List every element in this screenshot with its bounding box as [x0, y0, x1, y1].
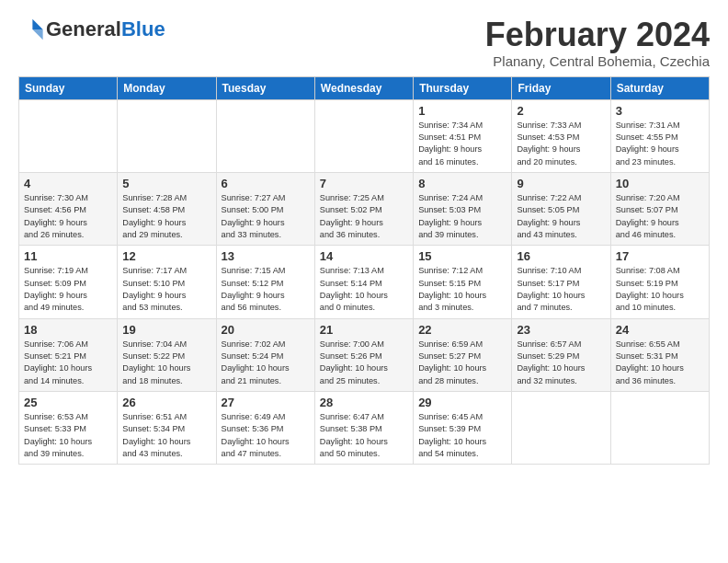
day-number: 2 — [517, 104, 605, 118]
day-cell: 18Sunrise: 7:06 AM Sunset: 5:21 PM Dayli… — [19, 318, 118, 391]
day-cell: 12Sunrise: 7:17 AM Sunset: 5:10 PM Dayli… — [118, 246, 216, 318]
header-friday: Friday — [512, 76, 610, 99]
day-info: Sunrise: 7:15 AM Sunset: 5:12 PM Dayligh… — [222, 265, 310, 314]
day-info: Sunrise: 7:00 AM Sunset: 5:26 PM Dayligh… — [320, 339, 408, 387]
day-cell: 19Sunrise: 7:04 AM Sunset: 5:22 PM Dayli… — [118, 318, 216, 391]
day-cell: 1Sunrise: 7:34 AM Sunset: 4:51 PM Daylig… — [414, 99, 512, 172]
day-info: Sunrise: 7:06 AM Sunset: 5:21 PM Dayligh… — [24, 339, 112, 387]
day-number: 11 — [24, 249, 112, 263]
day-cell: 3Sunrise: 7:31 AM Sunset: 4:55 PM Daylig… — [610, 99, 709, 172]
week-row-2: 11Sunrise: 7:19 AM Sunset: 5:09 PM Dayli… — [19, 246, 710, 318]
day-number: 21 — [320, 323, 408, 337]
logo-line2: Blue — [121, 17, 165, 40]
day-info: Sunrise: 6:51 AM Sunset: 5:34 PM Dayligh… — [122, 411, 210, 460]
calendar-table: Sunday Monday Tuesday Wednesday Thursday… — [18, 76, 710, 465]
day-number: 5 — [122, 177, 210, 190]
day-cell: 23Sunrise: 6:57 AM Sunset: 5:29 PM Dayli… — [512, 318, 610, 391]
day-number: 23 — [517, 323, 605, 337]
day-info: Sunrise: 6:49 AM Sunset: 5:36 PM Dayligh… — [222, 411, 310, 460]
day-number: 3 — [616, 104, 704, 118]
day-info: Sunrise: 7:02 AM Sunset: 5:24 PM Dayligh… — [222, 339, 310, 387]
day-cell: 20Sunrise: 7:02 AM Sunset: 5:24 PM Dayli… — [216, 318, 314, 391]
week-row-3: 18Sunrise: 7:06 AM Sunset: 5:21 PM Dayli… — [19, 318, 710, 391]
day-info: Sunrise: 7:12 AM Sunset: 5:15 PM Dayligh… — [418, 265, 506, 314]
day-cell — [512, 392, 610, 465]
day-cell: 13Sunrise: 7:15 AM Sunset: 5:12 PM Dayli… — [216, 246, 314, 318]
day-number: 27 — [222, 396, 310, 409]
day-info: Sunrise: 7:30 AM Sunset: 4:56 PM Dayligh… — [24, 192, 112, 241]
day-cell — [610, 392, 709, 465]
day-number: 14 — [320, 249, 408, 263]
header-thursday: Thursday — [414, 76, 512, 99]
day-number: 24 — [616, 323, 704, 337]
logo-line1: General — [46, 17, 121, 40]
day-cell: 9Sunrise: 7:22 AM Sunset: 5:05 PM Daylig… — [512, 172, 610, 245]
day-cell — [314, 99, 413, 172]
day-cell — [19, 99, 118, 172]
day-cell: 4Sunrise: 7:30 AM Sunset: 4:56 PM Daylig… — [19, 172, 118, 245]
svg-marker-0 — [32, 19, 42, 29]
day-number: 13 — [222, 249, 310, 263]
day-info: Sunrise: 6:45 AM Sunset: 5:39 PM Dayligh… — [418, 411, 506, 460]
day-cell: 7Sunrise: 7:25 AM Sunset: 5:02 PM Daylig… — [314, 172, 413, 245]
logo: GeneralBlue — [18, 17, 165, 42]
day-info: Sunrise: 7:17 AM Sunset: 5:10 PM Dayligh… — [122, 265, 210, 314]
day-number: 10 — [616, 177, 704, 190]
day-cell: 2Sunrise: 7:33 AM Sunset: 4:53 PM Daylig… — [512, 99, 610, 172]
header-tuesday: Tuesday — [216, 76, 314, 99]
day-cell: 14Sunrise: 7:13 AM Sunset: 5:14 PM Dayli… — [314, 246, 413, 318]
day-cell: 10Sunrise: 7:20 AM Sunset: 5:07 PM Dayli… — [610, 172, 709, 245]
day-cell — [118, 99, 216, 172]
day-info: Sunrise: 7:27 AM Sunset: 5:00 PM Dayligh… — [222, 192, 310, 241]
page: GeneralBlue February 2024 Planany, Centr… — [0, 0, 728, 474]
day-cell: 15Sunrise: 7:12 AM Sunset: 5:15 PM Dayli… — [414, 246, 512, 318]
day-cell: 17Sunrise: 7:08 AM Sunset: 5:19 PM Dayli… — [610, 246, 709, 318]
svg-marker-1 — [32, 29, 42, 40]
day-info: Sunrise: 7:24 AM Sunset: 5:03 PM Dayligh… — [418, 192, 506, 241]
day-number: 19 — [122, 323, 210, 337]
day-info: Sunrise: 6:55 AM Sunset: 5:31 PM Dayligh… — [616, 339, 704, 387]
header-monday: Monday — [118, 76, 216, 99]
month-title: February 2024 — [485, 17, 710, 53]
location: Planany, Central Bohemia, Czechia — [485, 53, 710, 69]
day-number: 22 — [418, 323, 506, 337]
day-number: 29 — [418, 396, 506, 409]
day-info: Sunrise: 6:53 AM Sunset: 5:33 PM Dayligh… — [24, 411, 112, 460]
day-info: Sunrise: 7:31 AM Sunset: 4:55 PM Dayligh… — [616, 120, 704, 168]
title-block: February 2024 Planany, Central Bohemia, … — [485, 17, 710, 69]
day-number: 12 — [122, 249, 210, 263]
day-cell: 8Sunrise: 7:24 AM Sunset: 5:03 PM Daylig… — [414, 172, 512, 245]
day-info: Sunrise: 7:19 AM Sunset: 5:09 PM Dayligh… — [24, 265, 112, 314]
day-info: Sunrise: 7:33 AM Sunset: 4:53 PM Dayligh… — [517, 120, 605, 168]
day-cell: 11Sunrise: 7:19 AM Sunset: 5:09 PM Dayli… — [19, 246, 118, 318]
header-sunday: Sunday — [19, 76, 118, 99]
day-number: 9 — [517, 177, 605, 190]
day-number: 7 — [320, 177, 408, 190]
day-info: Sunrise: 7:13 AM Sunset: 5:14 PM Dayligh… — [320, 265, 408, 314]
day-cell: 26Sunrise: 6:51 AM Sunset: 5:34 PM Dayli… — [118, 392, 216, 465]
week-row-4: 25Sunrise: 6:53 AM Sunset: 5:33 PM Dayli… — [19, 392, 710, 465]
day-cell: 21Sunrise: 7:00 AM Sunset: 5:26 PM Dayli… — [314, 318, 413, 391]
day-info: Sunrise: 6:57 AM Sunset: 5:29 PM Dayligh… — [517, 339, 605, 387]
day-info: Sunrise: 7:25 AM Sunset: 5:02 PM Dayligh… — [320, 192, 408, 241]
header: GeneralBlue February 2024 Planany, Centr… — [18, 17, 710, 69]
day-info: Sunrise: 7:22 AM Sunset: 5:05 PM Dayligh… — [517, 192, 605, 241]
day-cell: 27Sunrise: 6:49 AM Sunset: 5:36 PM Dayli… — [216, 392, 314, 465]
day-cell: 6Sunrise: 7:27 AM Sunset: 5:00 PM Daylig… — [216, 172, 314, 245]
day-info: Sunrise: 7:04 AM Sunset: 5:22 PM Dayligh… — [122, 339, 210, 387]
day-number: 18 — [24, 323, 112, 337]
day-cell: 24Sunrise: 6:55 AM Sunset: 5:31 PM Dayli… — [610, 318, 709, 391]
day-cell: 22Sunrise: 6:59 AM Sunset: 5:27 PM Dayli… — [414, 318, 512, 391]
day-info: Sunrise: 7:08 AM Sunset: 5:19 PM Dayligh… — [616, 265, 704, 314]
logo-icon — [18, 17, 44, 42]
day-info: Sunrise: 6:47 AM Sunset: 5:38 PM Dayligh… — [320, 411, 408, 460]
header-wednesday: Wednesday — [314, 76, 413, 99]
day-number: 6 — [222, 177, 310, 190]
day-cell: 29Sunrise: 6:45 AM Sunset: 5:39 PM Dayli… — [414, 392, 512, 465]
day-number: 16 — [517, 249, 605, 263]
day-number: 15 — [418, 249, 506, 263]
day-number: 4 — [24, 177, 112, 190]
day-cell: 16Sunrise: 7:10 AM Sunset: 5:17 PM Dayli… — [512, 246, 610, 318]
day-cell: 5Sunrise: 7:28 AM Sunset: 4:58 PM Daylig… — [118, 172, 216, 245]
day-info: Sunrise: 7:10 AM Sunset: 5:17 PM Dayligh… — [517, 265, 605, 314]
